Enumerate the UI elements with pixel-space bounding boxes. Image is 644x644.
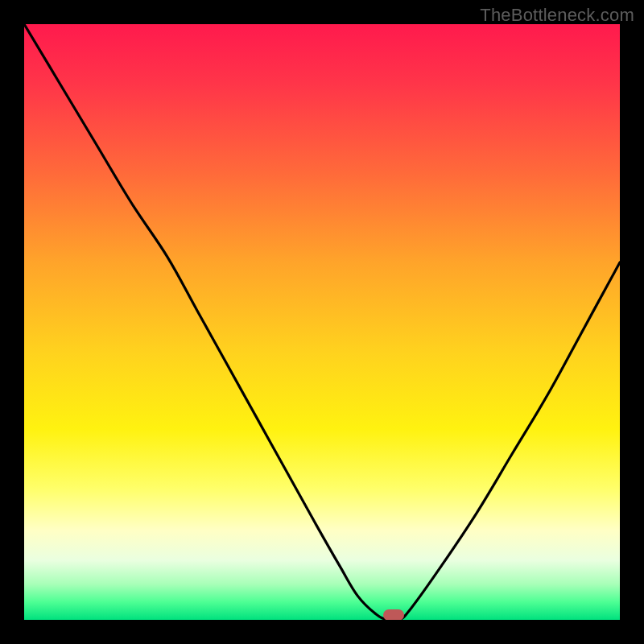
optimal-point-marker	[383, 609, 404, 620]
watermark-text: TheBottleneck.com	[480, 5, 634, 26]
plot-area	[24, 24, 620, 620]
chart-frame: TheBottleneck.com	[0, 0, 644, 644]
bottleneck-curve	[24, 24, 620, 620]
